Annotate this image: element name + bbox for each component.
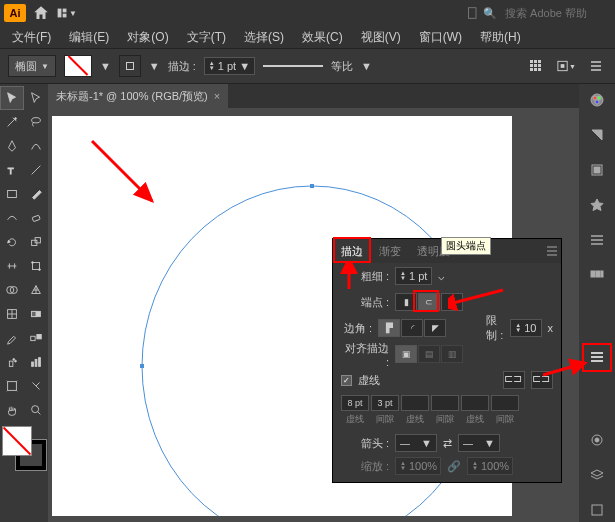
gap-1[interactable] bbox=[371, 395, 399, 411]
tab-gradient[interactable]: 渐变 bbox=[371, 239, 409, 263]
dash-preserve-exact[interactable]: ⊏⊐ bbox=[503, 371, 525, 389]
eyedropper-tool[interactable] bbox=[0, 326, 24, 350]
search-input[interactable] bbox=[501, 5, 611, 21]
gap-2[interactable] bbox=[431, 395, 459, 411]
libraries-panel-icon[interactable] bbox=[584, 497, 610, 522]
panel-menu-button[interactable] bbox=[543, 240, 561, 262]
corner-buttons: ▛ ◜ ◤ bbox=[378, 319, 446, 337]
perspective-tool[interactable] bbox=[24, 278, 48, 302]
slice-tool[interactable] bbox=[24, 374, 48, 398]
menu-effect[interactable]: 效果(C) bbox=[294, 27, 351, 48]
rectangle-tool[interactable] bbox=[0, 182, 24, 206]
svg-rect-39 bbox=[594, 167, 600, 173]
stroke-swatch[interactable] bbox=[119, 55, 141, 77]
gap-3[interactable] bbox=[491, 395, 519, 411]
swap-icon[interactable]: ⇄ bbox=[443, 437, 452, 450]
shape-dropdown[interactable]: 椭圆▼ bbox=[8, 55, 56, 77]
corner-bevel[interactable]: ◤ bbox=[424, 319, 446, 337]
paintbrush-tool[interactable] bbox=[24, 182, 48, 206]
arrow-end[interactable]: —▼ bbox=[458, 434, 500, 452]
ai-logo: Ai bbox=[4, 4, 26, 22]
menu-text[interactable]: 文字(T) bbox=[179, 27, 234, 48]
cap-projecting[interactable]: ▭ bbox=[441, 293, 463, 311]
menu-edit[interactable]: 编辑(E) bbox=[61, 27, 117, 48]
dash-2[interactable] bbox=[401, 395, 429, 411]
align-center[interactable]: ▣ bbox=[395, 345, 417, 363]
menu-icon[interactable] bbox=[585, 55, 607, 77]
eraser-tool[interactable] bbox=[24, 206, 48, 230]
svg-rect-20 bbox=[31, 336, 35, 340]
stroke-panel-icon[interactable] bbox=[584, 227, 610, 252]
align-icon[interactable]: ▼ bbox=[555, 55, 577, 77]
symbols-panel-icon[interactable] bbox=[584, 192, 610, 217]
scale-label: 缩放 : bbox=[341, 459, 389, 474]
pen-tool[interactable] bbox=[0, 134, 24, 158]
direct-selection-tool[interactable] bbox=[24, 86, 48, 110]
menu-window[interactable]: 窗口(W) bbox=[411, 27, 470, 48]
align-inside[interactable]: ▤ bbox=[418, 345, 440, 363]
blend-tool[interactable] bbox=[24, 326, 48, 350]
arrow-start[interactable]: —▼ bbox=[395, 434, 437, 452]
corner-round[interactable]: ◜ bbox=[401, 319, 423, 337]
curvature-tool[interactable] bbox=[24, 134, 48, 158]
dash-checkbox[interactable]: ✓ bbox=[341, 375, 352, 386]
color-panel-icon[interactable] bbox=[584, 88, 610, 113]
gradient-tool[interactable] bbox=[24, 302, 48, 326]
menubar: 文件(F) 编辑(E) 对象(O) 文字(T) 选择(S) 效果(C) 视图(V… bbox=[0, 26, 615, 48]
limit-input[interactable]: ▲▼10 bbox=[510, 319, 541, 337]
brushes-panel-icon[interactable] bbox=[584, 158, 610, 183]
rotate-tool[interactable] bbox=[0, 230, 24, 254]
fill-box[interactable] bbox=[2, 426, 32, 456]
panel-menu-icon[interactable] bbox=[584, 345, 610, 370]
highlight-box bbox=[333, 237, 371, 263]
selection-tool[interactable] bbox=[0, 86, 24, 110]
menu-object[interactable]: 对象(O) bbox=[119, 27, 176, 48]
fill-stroke-indicator[interactable] bbox=[2, 426, 46, 470]
close-icon[interactable]: × bbox=[214, 90, 220, 102]
dash-1[interactable] bbox=[341, 395, 369, 411]
scale-tool[interactable] bbox=[24, 230, 48, 254]
lasso-tool[interactable] bbox=[24, 110, 48, 134]
link-icon[interactable]: 🔗 bbox=[447, 460, 461, 473]
svg-rect-42 bbox=[601, 271, 603, 277]
limit-x: x bbox=[548, 322, 554, 334]
mesh-tool[interactable] bbox=[0, 302, 24, 326]
magic-wand-tool[interactable] bbox=[0, 110, 24, 134]
dash-3[interactable] bbox=[461, 395, 489, 411]
stroke-weight[interactable]: ▲▼1 pt▼ bbox=[204, 57, 255, 75]
line-tool[interactable] bbox=[24, 158, 48, 182]
width-tool[interactable] bbox=[0, 254, 24, 278]
corner-miter[interactable]: ▛ bbox=[378, 319, 400, 337]
shape-builder-tool[interactable] bbox=[0, 278, 24, 302]
hand-tool[interactable] bbox=[0, 398, 24, 422]
document-tab[interactable]: 未标题-1* @ 100% (RGB/预览) × bbox=[48, 84, 228, 108]
layers-panel-icon[interactable] bbox=[584, 463, 610, 488]
svg-rect-45 bbox=[592, 505, 602, 515]
tab-title: 未标题-1* @ 100% (RGB/预览) bbox=[56, 89, 208, 104]
menu-select[interactable]: 选择(S) bbox=[236, 27, 292, 48]
zoom-tool[interactable] bbox=[24, 398, 48, 422]
menu-help[interactable]: 帮助(H) bbox=[472, 27, 529, 48]
scale-end[interactable]: ▲▼100% bbox=[467, 457, 513, 475]
symbol-sprayer-tool[interactable] bbox=[0, 350, 24, 374]
appearance-panel-icon[interactable] bbox=[584, 428, 610, 453]
home-icon[interactable] bbox=[32, 4, 50, 22]
graphic-styles-panel-icon[interactable] bbox=[584, 262, 610, 287]
menu-file[interactable]: 文件(F) bbox=[4, 27, 59, 48]
column-graph-tool[interactable] bbox=[24, 350, 48, 374]
scale-start[interactable]: ▲▼100% bbox=[395, 457, 441, 475]
fill-swatch[interactable] bbox=[64, 55, 92, 77]
align-outside[interactable]: ▥ bbox=[441, 345, 463, 363]
weight-input[interactable]: ▲▼1 pt bbox=[395, 267, 432, 285]
free-transform-tool[interactable] bbox=[24, 254, 48, 278]
artboard-tool[interactable] bbox=[0, 374, 24, 398]
type-tool[interactable]: T bbox=[0, 158, 24, 182]
grid-icon[interactable] bbox=[525, 55, 547, 77]
dash-align-corners[interactable]: ⊏⊐ bbox=[531, 371, 553, 389]
svg-rect-41 bbox=[596, 271, 600, 277]
svg-rect-22 bbox=[9, 361, 13, 366]
layout-icon[interactable]: ▼ bbox=[56, 2, 78, 24]
swatches-panel-icon[interactable] bbox=[584, 123, 610, 148]
menu-view[interactable]: 视图(V) bbox=[353, 27, 409, 48]
shaper-tool[interactable] bbox=[0, 206, 24, 230]
